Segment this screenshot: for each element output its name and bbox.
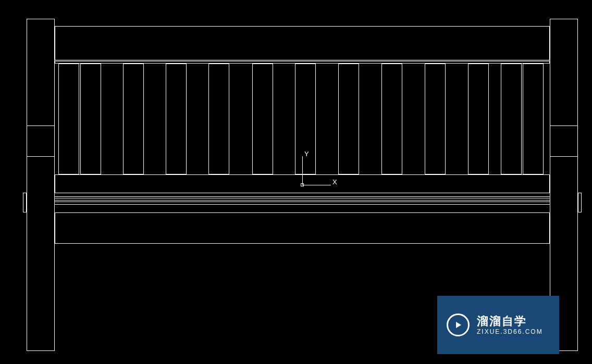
seat-plank-line-1 (55, 196, 550, 197)
back-slat (123, 64, 144, 174)
back-slat (501, 64, 522, 174)
left-post (27, 19, 55, 351)
ucs-y-label: Y (304, 150, 309, 158)
right-arm-rest (550, 125, 578, 157)
back-slat (523, 64, 544, 174)
seat-plank-line-3 (55, 200, 550, 200)
svg-marker-0 (456, 322, 461, 328)
back-slat (80, 64, 101, 174)
apron-rail (55, 212, 550, 244)
ucs-x-label: X (332, 178, 337, 186)
watermark-badge: 溜溜自学 ZIXUE.3D66.COM (437, 296, 559, 354)
play-icon (447, 313, 470, 336)
ucs-y-axis (302, 156, 303, 185)
back-slat (252, 64, 273, 174)
seat-plank-line-2 (55, 198, 550, 198)
back-slat (425, 64, 446, 174)
left-arm-rest (27, 125, 55, 157)
back-slat (468, 64, 489, 174)
top-backrest-rail (55, 26, 550, 60)
ucs-origin-box (301, 183, 304, 186)
back-slat (295, 64, 316, 174)
cad-canvas[interactable]: Y X 溜溜自学 ZIXUE.3D66.COM (0, 0, 592, 364)
right-arm-extension (578, 193, 582, 212)
back-slat (208, 64, 229, 174)
back-slat (381, 64, 402, 174)
back-slat (166, 64, 187, 174)
ucs-x-axis (302, 185, 331, 185)
watermark-title: 溜溜自学 (477, 315, 543, 328)
back-slat (338, 64, 359, 174)
seat-plank-line-5 (55, 204, 550, 205)
back-slat (58, 64, 79, 174)
seat-plank-line-4 (55, 202, 550, 202)
watermark-subtitle: ZIXUE.3D66.COM (477, 328, 543, 335)
left-arm-extension (23, 193, 27, 212)
